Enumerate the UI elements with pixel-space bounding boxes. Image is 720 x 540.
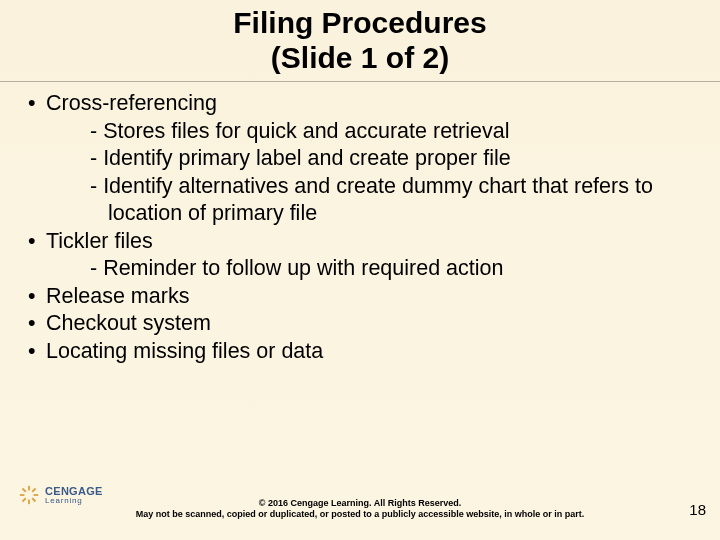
slide: Filing Procedures (Slide 1 of 2) Cross-r… — [0, 0, 720, 540]
copyright-line: © 2016 Cengage Learning. All Rights Rese… — [100, 498, 620, 509]
bullet-label: Tickler files — [46, 229, 153, 253]
svg-rect-3 — [32, 498, 37, 503]
sub-item: Stores files for quick and accurate retr… — [90, 118, 692, 146]
body-content: Cross-referencing Stores files for quick… — [0, 82, 720, 365]
bullet-label: Release marks — [46, 284, 189, 308]
bullet-label: Cross-referencing — [46, 91, 217, 115]
svg-rect-1 — [32, 488, 37, 493]
svg-rect-0 — [28, 486, 30, 491]
copyright-line: May not be scanned, copied or duplicated… — [100, 509, 620, 520]
sub-list: Stores files for quick and accurate retr… — [46, 118, 692, 228]
logo-icon — [18, 484, 40, 506]
logo-brand: CENGAGE — [45, 486, 103, 497]
cengage-logo: CENGAGE Learning — [18, 484, 103, 506]
sub-item: Identify alternatives and create dummy c… — [90, 173, 692, 228]
svg-rect-6 — [20, 494, 25, 496]
svg-rect-7 — [22, 488, 27, 493]
footer: CENGAGE Learning © 2016 Cengage Learning… — [0, 498, 720, 521]
slide-number: 18 — [689, 501, 706, 518]
slide-title: Filing Procedures (Slide 1 of 2) — [0, 0, 720, 75]
bullet-label: Locating missing files or data — [46, 339, 323, 363]
sub-item: Reminder to follow up with required acti… — [90, 255, 692, 283]
sub-item: Identify primary label and create proper… — [90, 145, 692, 173]
bullet-item: Locating missing files or data — [28, 338, 692, 366]
svg-rect-2 — [34, 494, 39, 496]
bullet-item: Tickler files Reminder to follow up with… — [28, 228, 692, 283]
copyright: © 2016 Cengage Learning. All Rights Rese… — [0, 498, 720, 521]
svg-rect-5 — [22, 498, 27, 503]
bullet-label: Checkout system — [46, 311, 211, 335]
bullet-list: Cross-referencing Stores files for quick… — [28, 90, 692, 365]
logo-sub: Learning — [45, 497, 103, 505]
logo-text: CENGAGE Learning — [45, 486, 103, 505]
title-divider — [0, 81, 720, 82]
svg-rect-4 — [28, 500, 30, 505]
bullet-item: Checkout system — [28, 310, 692, 338]
bullet-item: Release marks — [28, 283, 692, 311]
bullet-item: Cross-referencing Stores files for quick… — [28, 90, 692, 228]
sub-list: Reminder to follow up with required acti… — [46, 255, 692, 283]
